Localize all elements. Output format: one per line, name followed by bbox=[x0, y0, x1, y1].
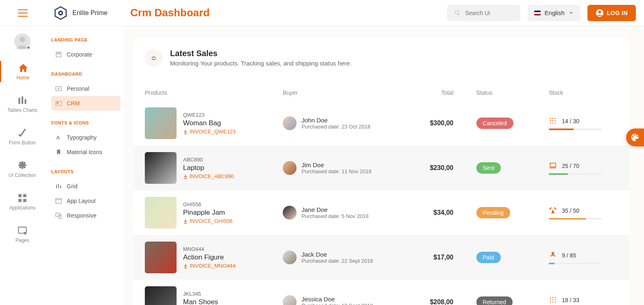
buyer-avatar bbox=[283, 206, 297, 220]
section-landing: LANDING PAGE bbox=[51, 37, 120, 42]
submenu-material-icons[interactable]: Material Icons bbox=[51, 145, 120, 159]
submenu-responsive[interactable]: Responsive bbox=[51, 208, 120, 223]
stock-icon bbox=[549, 206, 557, 216]
status-badge: Paid bbox=[476, 252, 501, 263]
section-dashboard: DASHBOARD bbox=[51, 72, 120, 76]
brand-name: Enlite Prime bbox=[72, 9, 107, 17]
table-row[interactable]: ABC890LaptopINVOICE_ABC890Jim DoePurchas… bbox=[133, 146, 629, 190]
purchase-date: Purchased date: 5 Nov 2018 bbox=[301, 213, 369, 219]
product-name: Woman Bag bbox=[183, 119, 236, 127]
table-row[interactable]: QWE123Woman BagINVOICE_QWE123John DoePur… bbox=[133, 101, 629, 146]
rail-ui-collection[interactable]: UI Collection bbox=[0, 159, 45, 180]
submenu-personal[interactable]: Personal bbox=[51, 81, 120, 96]
user-avatar[interactable] bbox=[14, 33, 31, 50]
stock-progress bbox=[549, 173, 602, 175]
svg-rect-20 bbox=[56, 87, 61, 91]
svg-point-46 bbox=[555, 296, 556, 298]
product-name: Pinapple Jam bbox=[183, 209, 233, 217]
svg-rect-13 bbox=[18, 199, 22, 202]
buyer-name: John Doe bbox=[301, 117, 370, 124]
table-row[interactable]: GHI556Pinapple JamINVOICE_GHI556Jane Doe… bbox=[133, 190, 629, 235]
icon-rail: Home Tables Charts Form Button UI Collec… bbox=[0, 26, 45, 305]
status-badge: Sent bbox=[476, 162, 501, 174]
total-value: $17,00 bbox=[408, 235, 465, 280]
svg-point-50 bbox=[550, 301, 551, 303]
submenu-corporate[interactable]: Corporate bbox=[51, 47, 120, 62]
menu-toggle-button[interactable] bbox=[18, 9, 28, 17]
submenu-grid[interactable]: Grid bbox=[51, 179, 120, 194]
table-row[interactable]: MNO444Action FigureINVOICE_MNO444Jack Do… bbox=[133, 235, 629, 280]
online-indicator bbox=[26, 46, 31, 50]
svg-rect-11 bbox=[18, 194, 22, 197]
submenu-crm[interactable]: CRM bbox=[51, 96, 120, 111]
svg-rect-25 bbox=[56, 185, 57, 188]
buyer-name: Jane Doe bbox=[301, 206, 369, 213]
svg-point-2 bbox=[59, 12, 61, 14]
collapse-icon[interactable] bbox=[145, 49, 163, 67]
rail-pages[interactable]: Pages bbox=[0, 224, 45, 245]
search-input[interactable] bbox=[465, 10, 513, 16]
stock-progress bbox=[549, 218, 602, 220]
product-sku: ABC890 bbox=[183, 157, 234, 163]
product-sku: QWE123 bbox=[183, 112, 236, 118]
svg-rect-23 bbox=[57, 102, 59, 104]
section-fonts: FONTS & ICONS bbox=[51, 120, 120, 125]
product-sku: GHI556 bbox=[183, 201, 233, 207]
download-icon bbox=[183, 174, 188, 179]
theme-fab[interactable] bbox=[626, 129, 644, 146]
submenu-typography[interactable]: ATypography bbox=[51, 130, 120, 145]
svg-point-44 bbox=[550, 296, 551, 298]
invoice-link[interactable]: INVOICE_GHI556 bbox=[183, 218, 233, 224]
svg-point-33 bbox=[550, 118, 551, 119]
submenu-app-layout[interactable]: App Layout bbox=[51, 194, 120, 208]
product-image bbox=[145, 152, 177, 184]
page-title: Crm Dashboard bbox=[130, 7, 210, 19]
buyer-name: Jessica Doe bbox=[301, 296, 373, 303]
rail-applications[interactable]: Applications bbox=[0, 191, 45, 212]
svg-point-38 bbox=[555, 120, 556, 121]
language-selector[interactable]: English bbox=[528, 5, 580, 21]
svg-rect-12 bbox=[23, 194, 26, 197]
svg-point-7 bbox=[20, 37, 25, 42]
product-name: Laptop bbox=[183, 164, 234, 172]
col-buyer: Buyer bbox=[271, 85, 408, 101]
rail-tables-charts[interactable]: Tables Charts bbox=[0, 94, 45, 115]
brand-block[interactable]: Enlite Prime bbox=[54, 6, 107, 20]
purchase-date: Purchased date: 23 Oct 2018 bbox=[301, 124, 370, 130]
stock-value: 35 / 50 bbox=[562, 207, 579, 214]
stock-progress bbox=[549, 129, 602, 130]
invoice-link[interactable]: INVOICE_ABC890 bbox=[183, 173, 234, 179]
svg-point-48 bbox=[552, 299, 554, 300]
submenu: LANDING PAGE Corporate DASHBOARD Persona… bbox=[45, 26, 124, 305]
purchase-date: Purchased date: 11 Nov 2018 bbox=[301, 168, 371, 174]
stock-icon bbox=[549, 251, 557, 260]
table-row[interactable]: JKL345Man ShoesINVOICE_JKL345Jessica Doe… bbox=[133, 280, 629, 305]
search-box[interactable] bbox=[447, 5, 520, 21]
download-icon bbox=[183, 219, 188, 224]
svg-point-51 bbox=[552, 301, 554, 303]
product-image bbox=[145, 107, 177, 139]
svg-text:A: A bbox=[56, 135, 60, 141]
chevron-down-icon bbox=[569, 11, 574, 15]
invoice-link[interactable]: INVOICE_MNO444 bbox=[183, 263, 236, 269]
status-badge: Canceled bbox=[476, 118, 513, 129]
invoice-link[interactable]: INVOICE_QWE123 bbox=[183, 129, 236, 135]
svg-point-41 bbox=[555, 122, 556, 124]
rail-home[interactable]: Home bbox=[0, 61, 45, 82]
login-button[interactable]: LOG IN bbox=[587, 5, 636, 21]
col-products: Products bbox=[133, 85, 271, 101]
search-icon bbox=[454, 9, 461, 17]
rail-form-button[interactable]: Form Button bbox=[0, 126, 45, 147]
svg-rect-10 bbox=[24, 99, 26, 104]
svg-point-40 bbox=[552, 122, 554, 124]
stock-icon bbox=[549, 161, 557, 171]
download-icon bbox=[183, 129, 188, 134]
main-content: Latest Sales Monitoring Your products. T… bbox=[124, 26, 644, 305]
login-label: LOG IN bbox=[607, 10, 628, 16]
status-badge: Returned bbox=[476, 296, 513, 305]
product-image bbox=[145, 286, 177, 305]
user-icon bbox=[596, 9, 604, 17]
buyer-avatar bbox=[283, 161, 297, 175]
svg-line-4 bbox=[458, 13, 459, 15]
total-value: $208,00 bbox=[408, 280, 465, 305]
